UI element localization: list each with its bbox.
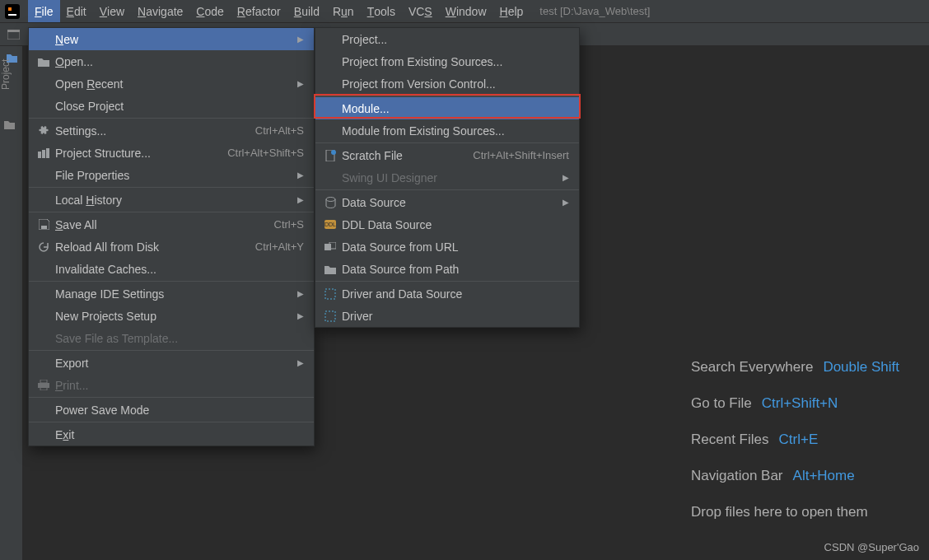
- svg-rect-4: [7, 30, 20, 32]
- svg-point-14: [326, 197, 335, 201]
- menu-build[interactable]: Build: [287, 0, 326, 22]
- svg-rect-8: [41, 226, 47, 229]
- window-icon[interactable]: [5, 26, 21, 43]
- mi-project-vcs[interactable]: Project from Version Control...: [315, 72, 579, 95]
- mi-reload[interactable]: Reload All from DiskCtrl+Alt+Y: [29, 236, 314, 258]
- mi-open[interactable]: Open...: [29, 50, 314, 72]
- mi-ds-path[interactable]: Data Source from Path: [315, 258, 579, 280]
- mi-new-module[interactable]: Module...: [315, 97, 579, 119]
- mi-close-project[interactable]: Close Project: [29, 95, 314, 117]
- mi-driver[interactable]: Driver: [315, 305, 579, 327]
- folder-icon: [322, 264, 338, 274]
- database-icon: [322, 197, 338, 208]
- hint-drop: Drop files here to open them: [691, 504, 868, 520]
- menu-window[interactable]: Window: [439, 0, 493, 22]
- svg-rect-9: [40, 380, 47, 383]
- svg-rect-17: [324, 244, 331, 250]
- mi-power-save[interactable]: Power Save Mode: [29, 399, 314, 421]
- folder-tool-icon[interactable]: [3, 119, 20, 135]
- mi-export[interactable]: Export▶: [29, 352, 314, 374]
- menu-file[interactable]: File: [28, 0, 60, 22]
- hint-goto: Go to File: [691, 395, 752, 412]
- scratch-file-icon: [322, 150, 338, 161]
- menu-vcs[interactable]: VCS: [402, 0, 439, 22]
- mi-scratch[interactable]: Scratch FileCtrl+Alt+Shift+Insert: [315, 144, 579, 166]
- mi-project-structure[interactable]: Project Structure...Ctrl+Alt+Shift+S: [29, 142, 314, 164]
- ddl-icon: DDL: [322, 220, 338, 229]
- svg-rect-5: [38, 152, 41, 158]
- svg-rect-2: [8, 14, 16, 16]
- driver-ds-icon: [322, 288, 338, 300]
- mi-project-existing[interactable]: Project from Existing Sources...: [315, 50, 579, 72]
- menu-tools[interactable]: Tools: [361, 0, 402, 22]
- mi-swing: Swing UI Designer▶: [315, 166, 579, 189]
- mi-module-existing[interactable]: Module from Existing Sources...: [315, 119, 579, 142]
- file-menu-popup: New▶ Open... Open Recent▶ Close Project …: [28, 27, 315, 446]
- project-structure-icon: [35, 148, 52, 158]
- open-folder-icon: [35, 57, 52, 67]
- driver-icon: [322, 310, 338, 322]
- mi-invalidate[interactable]: Invalidate Caches...: [29, 258, 314, 280]
- mi-save-all[interactable]: Save AllCtrl+S: [29, 213, 314, 236]
- menu-view[interactable]: View: [93, 0, 131, 22]
- hint-recent: Recent Files: [691, 432, 768, 448]
- new-menu-popup: Project... Project from Existing Sources…: [315, 27, 580, 328]
- mi-local-history[interactable]: Local History▶: [29, 189, 314, 211]
- watermark: CSDN @Super'Gao: [824, 541, 919, 553]
- menu-refactor[interactable]: Refactor: [231, 0, 287, 22]
- svg-rect-19: [325, 289, 335, 299]
- svg-point-13: [331, 150, 336, 155]
- save-icon: [35, 219, 52, 230]
- settings-icon: [35, 125, 52, 137]
- mi-ds-url[interactable]: Data Source from URL: [315, 236, 579, 258]
- mi-save-template: Save File as Template...: [29, 327, 314, 349]
- mi-open-recent[interactable]: Open Recent▶: [29, 72, 314, 95]
- mi-new-project[interactable]: Project...: [315, 28, 579, 50]
- mi-new[interactable]: New▶: [29, 28, 314, 50]
- mi-ddl[interactable]: DDLDDL Data Source: [315, 213, 579, 236]
- app-logo-icon: [5, 4, 20, 19]
- svg-rect-6: [42, 150, 45, 158]
- svg-rect-1: [8, 7, 12, 11]
- mi-settings[interactable]: Settings...Ctrl+Alt+S: [29, 119, 314, 142]
- url-icon: [322, 242, 338, 252]
- menu-navigate[interactable]: Navigate: [131, 0, 189, 22]
- mi-driver-ds[interactable]: Driver and Data Source: [315, 282, 579, 305]
- mi-file-properties[interactable]: File Properties▶: [29, 164, 314, 186]
- reload-icon: [35, 241, 52, 253]
- mi-print: Print...: [29, 374, 314, 396]
- svg-rect-20: [325, 311, 335, 321]
- hint-goto-key: Ctrl+Shift+N: [762, 395, 838, 412]
- menu-run[interactable]: Run: [326, 0, 361, 22]
- mi-new-projects-setup[interactable]: New Projects Setup▶: [29, 305, 314, 327]
- mi-manage-ide[interactable]: Manage IDE Settings▶: [29, 282, 314, 305]
- hint-search-key: Double Shift: [823, 359, 899, 376]
- hint-search: Search Everywhere: [691, 359, 813, 376]
- project-title: test [D:\Java_Web\test]: [539, 5, 650, 17]
- menu-help[interactable]: Help: [493, 0, 530, 22]
- print-icon: [35, 380, 52, 390]
- hint-recent-key: Ctrl+E: [779, 432, 819, 448]
- mi-exit[interactable]: Exit: [29, 423, 314, 446]
- svg-rect-7: [46, 148, 49, 158]
- welcome-hints: Search EverywhereDouble Shift Go to File…: [691, 359, 899, 520]
- menubar: File Edit View Navigate Code Refactor Bu…: [0, 0, 929, 23]
- left-tool-rail: Project: [0, 46, 23, 560]
- project-tool-label[interactable]: Project: [0, 59, 12, 96]
- menu-edit[interactable]: Edit: [60, 0, 93, 22]
- menu-code[interactable]: Code: [189, 0, 230, 22]
- hint-nav-key: Alt+Home: [793, 468, 855, 484]
- svg-rect-10: [38, 383, 49, 388]
- hint-nav: Navigation Bar: [691, 468, 783, 484]
- svg-text:DDL: DDL: [324, 222, 336, 227]
- mi-data-source[interactable]: Data Source▶: [315, 191, 579, 213]
